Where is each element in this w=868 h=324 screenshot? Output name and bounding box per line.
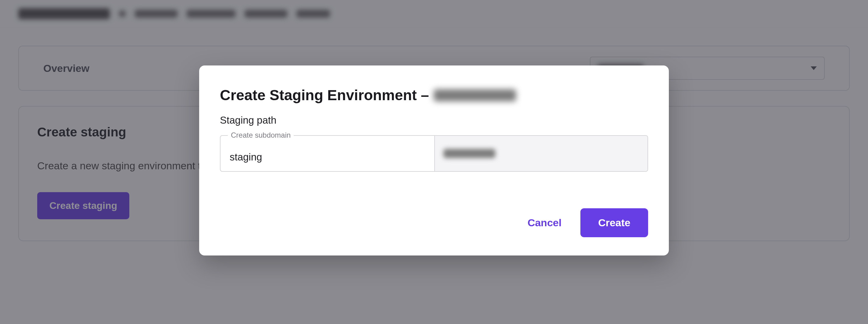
create-staging-modal: Create Staging Environment – Staging pat… [199, 66, 669, 255]
modal-overlay[interactable]: Create Staging Environment – Staging pat… [0, 0, 868, 324]
cancel-button[interactable]: Cancel [525, 211, 565, 235]
subdomain-field-group: Create subdomain [220, 135, 648, 172]
domain-suffix-readonly [434, 136, 648, 171]
modal-title-text: Create Staging Environment – [220, 87, 429, 104]
create-button[interactable]: Create [580, 208, 648, 237]
staging-path-label: Staging path [220, 114, 648, 126]
modal-title: Create Staging Environment – [220, 87, 648, 104]
modal-title-site-redacted [434, 89, 516, 101]
subdomain-input[interactable] [220, 136, 434, 171]
modal-actions: Cancel Create [220, 208, 648, 237]
subdomain-legend: Create subdomain [228, 131, 294, 140]
domain-suffix-redacted [443, 149, 495, 158]
